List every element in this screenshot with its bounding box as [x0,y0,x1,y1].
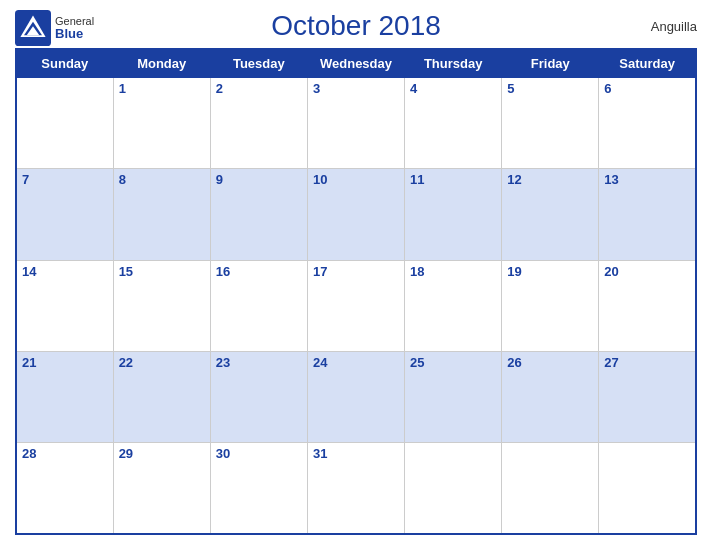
calendar-cell: 25 [405,351,502,442]
date-number: 26 [507,355,593,370]
calendar-cell [405,443,502,534]
calendar-cell [16,78,113,169]
day-monday: Monday [113,49,210,78]
date-number: 15 [119,264,205,279]
day-thursday: Thursday [405,49,502,78]
date-number: 1 [119,81,205,96]
calendar-cell [599,443,696,534]
calendar-cell: 5 [502,78,599,169]
country-label: Anguilla [651,19,697,34]
calendar-cell: 29 [113,443,210,534]
calendar-cell: 7 [16,169,113,260]
date-number: 3 [313,81,399,96]
calendar-cell: 30 [210,443,307,534]
week-row: 28293031 [16,443,696,534]
date-number: 22 [119,355,205,370]
calendar-cell: 18 [405,260,502,351]
date-number: 13 [604,172,690,187]
date-number: 8 [119,172,205,187]
date-number: 23 [216,355,302,370]
calendar-cell: 11 [405,169,502,260]
date-number: 17 [313,264,399,279]
calendar-cell: 12 [502,169,599,260]
logo: General Blue [15,10,94,46]
calendar-cell: 13 [599,169,696,260]
calendar-cell: 21 [16,351,113,442]
date-number: 19 [507,264,593,279]
date-number: 10 [313,172,399,187]
day-sunday: Sunday [16,49,113,78]
calendar-cell: 2 [210,78,307,169]
calendar-cell: 4 [405,78,502,169]
calendar-cell: 24 [307,351,404,442]
logo-icon [15,10,51,46]
date-number: 11 [410,172,496,187]
date-number: 24 [313,355,399,370]
logo-text: General Blue [55,15,94,41]
week-row: 14151617181920 [16,260,696,351]
date-number: 20 [604,264,690,279]
calendar-cell: 15 [113,260,210,351]
calendar-cell: 19 [502,260,599,351]
week-row: 21222324252627 [16,351,696,442]
calendar-cell: 6 [599,78,696,169]
calendar-cell: 17 [307,260,404,351]
date-number: 12 [507,172,593,187]
calendar-cell: 14 [16,260,113,351]
calendar-cell: 22 [113,351,210,442]
calendar-cell: 23 [210,351,307,442]
date-number: 6 [604,81,690,96]
week-row: 123456 [16,78,696,169]
date-number: 5 [507,81,593,96]
date-number: 29 [119,446,205,461]
calendar-cell: 9 [210,169,307,260]
date-number: 9 [216,172,302,187]
calendar-cell: 3 [307,78,404,169]
calendar-title: October 2018 [271,10,441,42]
date-number: 30 [216,446,302,461]
date-number: 28 [22,446,108,461]
day-wednesday: Wednesday [307,49,404,78]
calendar-cell: 10 [307,169,404,260]
date-number: 25 [410,355,496,370]
calendar-cell: 26 [502,351,599,442]
calendar-cell: 16 [210,260,307,351]
calendar-body: 1234567891011121314151617181920212223242… [16,78,696,535]
calendar-cell [502,443,599,534]
calendar-cell: 8 [113,169,210,260]
date-number: 21 [22,355,108,370]
logo-blue: Blue [55,27,94,41]
date-number: 14 [22,264,108,279]
day-tuesday: Tuesday [210,49,307,78]
day-saturday: Saturday [599,49,696,78]
date-number: 16 [216,264,302,279]
calendar-cell: 28 [16,443,113,534]
week-row: 78910111213 [16,169,696,260]
calendar-cell: 20 [599,260,696,351]
day-header-row: Sunday Monday Tuesday Wednesday Thursday… [16,49,696,78]
date-number: 7 [22,172,108,187]
calendar-cell: 31 [307,443,404,534]
date-number: 27 [604,355,690,370]
date-number: 4 [410,81,496,96]
calendar-header: General Blue October 2018 Anguilla [15,10,697,42]
date-number: 2 [216,81,302,96]
date-number: 31 [313,446,399,461]
date-number: 18 [410,264,496,279]
day-friday: Friday [502,49,599,78]
calendar-cell: 27 [599,351,696,442]
calendar-table: Sunday Monday Tuesday Wednesday Thursday… [15,48,697,535]
calendar-wrapper: General Blue October 2018 Anguilla Sunda… [0,0,712,550]
calendar-cell: 1 [113,78,210,169]
